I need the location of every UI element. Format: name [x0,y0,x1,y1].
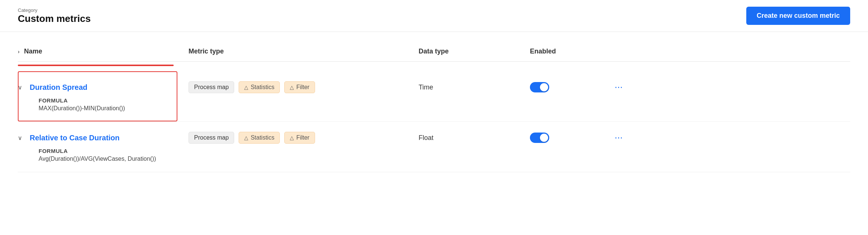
toggle-thumb [540,83,548,91]
table-row: ∨ Relative to Case Duration Process map … [18,122,850,172]
warning-icon: △ [290,84,294,90]
badge-label: Process map [194,84,229,91]
row-detail: FORMULA MAX(Duration())-MIN(Duration()) [18,96,850,118]
enabled-cell [530,82,604,92]
metric-type-badge-process-map: Process map [189,132,234,144]
header-left: Category Custom metrics [18,7,91,25]
category-label: Category [18,7,91,13]
metric-type-cell: Process map △ Statistics △ Filter [189,132,419,144]
metric-name[interactable]: Duration Spread [30,83,88,92]
badge-label: Statistics [250,134,274,141]
badge-label: Filter [296,134,309,141]
metric-type-badge-filter: △ Filter [284,132,315,144]
more-options-button[interactable]: ⋯ [612,131,626,144]
badge-label: Statistics [250,84,274,91]
page-header: Category Custom metrics Create new custo… [0,0,868,32]
toggle-track [530,133,549,143]
more-options-button[interactable]: ⋯ [612,81,626,94]
metrics-table: › Name Metric type Data type Enabled ∨ D… [0,32,868,184]
data-type-cell: Time [419,84,530,91]
formula-label: FORMULA [39,97,850,104]
metric-name[interactable]: Relative to Case Duration [30,134,119,142]
data-type-cell: Float [419,134,530,142]
formula-value: MAX(Duration())-MIN(Duration()) [39,105,850,112]
metric-type-badge-filter: △ Filter [284,81,315,93]
warning-icon: △ [244,84,248,90]
page-title: Custom metrics [18,13,91,25]
create-new-custom-metric-button[interactable]: Create new custom metric [746,7,850,25]
row-main: ∨ Duration Spread Process map △ Statisti… [18,74,850,96]
col-header-name: › Name [18,48,189,55]
col-header-metric-type: Metric type [189,48,419,55]
formula-value: Avg(Duration())/AVG(ViewCases, Duration(… [39,156,850,162]
actions-cell: ⋯ [604,81,626,94]
row-detail: FORMULA Avg(Duration())/AVG(ViewCases, D… [18,146,850,169]
col-header-enabled: Enabled [530,48,604,55]
formula-label: FORMULA [39,148,850,154]
table-header: › Name Metric type Data type Enabled [18,44,850,62]
enabled-toggle[interactable] [530,82,549,92]
metric-type-badge-statistics: △ Statistics [239,81,280,93]
row-collapse-icon[interactable]: ∨ [18,134,25,141]
metric-type-badge-statistics: △ Statistics [239,132,280,144]
enabled-toggle[interactable] [530,133,549,143]
name-cell: ∨ Duration Spread [18,83,189,92]
toggle-track [530,82,549,92]
badge-label: Filter [296,84,309,91]
row-collapse-icon[interactable]: ∨ [18,84,25,91]
warning-icon: △ [290,135,294,141]
actions-cell: ⋯ [604,131,626,144]
metric-type-badge-process-map: Process map [189,81,234,93]
enabled-cell [530,133,604,143]
expand-all-icon[interactable]: › [18,49,20,55]
table-row: ∨ Duration Spread Process map △ Statisti… [18,71,850,122]
row-main: ∨ Relative to Case Duration Process map … [18,125,850,146]
badge-label: Process map [194,134,229,141]
col-header-data-type: Data type [419,48,530,55]
metric-type-cell: Process map △ Statistics △ Filter [189,81,419,93]
toggle-thumb [540,134,548,142]
warning-icon: △ [244,135,248,141]
name-cell: ∨ Relative to Case Duration [18,134,189,142]
table-row [18,65,850,71]
